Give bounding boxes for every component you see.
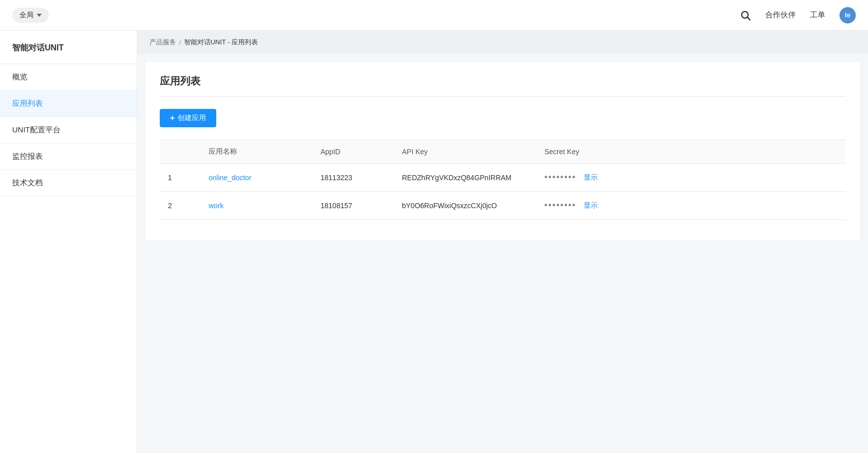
row2-appid: 18108157 — [312, 192, 394, 220]
row2-name: work — [200, 192, 312, 220]
col-header-name: 应用名称 — [200, 140, 312, 164]
nav-right: 合作伙伴 工单 Ie — [740, 7, 856, 23]
breadcrumb-separator: / — [179, 39, 181, 46]
sidebar-item-overview[interactable]: 概览 — [0, 64, 137, 91]
row2-show-link[interactable]: 显示 — [584, 201, 598, 210]
user-avatar[interactable]: Ie — [840, 7, 856, 23]
create-app-label: 创建应用 — [178, 114, 206, 123]
global-selector[interactable]: 全局 — [12, 8, 49, 23]
row1-name: online_doctor — [200, 164, 312, 192]
top-navigation: 全局 合作伙伴 工单 Ie — [0, 0, 868, 31]
global-selector-label: 全局 — [19, 11, 34, 20]
col-header-index — [160, 140, 200, 164]
row2-app-link[interactable]: work — [209, 202, 224, 210]
create-app-button[interactable]: + 创建应用 — [160, 109, 216, 127]
search-button[interactable] — [740, 10, 751, 21]
nav-left: 全局 — [12, 8, 49, 23]
row2-secret: ******** 显示 — [536, 192, 846, 220]
partner-link[interactable]: 合作伙伴 — [765, 10, 796, 20]
main-content: 产品服务 / 智能对话UNIT - 应用列表 应用列表 + 创建应用 应用名称 … — [137, 31, 868, 453]
row1-index: 1 — [160, 164, 200, 192]
row1-apikey: REDZhRYgVKDxzQ84GPnIRRAM — [394, 164, 536, 192]
row2-secret-mask: ******** — [544, 202, 576, 210]
row2-apikey: bY0O6RoFWixiQsxzcCXj0jcO — [394, 192, 536, 220]
main-layout: 智能对话UNIT 概览 应用列表 UNIT配置平台 监控报表 技术文档 产品服务… — [0, 31, 868, 453]
page-card: 应用列表 + 创建应用 应用名称 AppID API Key Secret Ke… — [146, 62, 860, 240]
sidebar: 智能对话UNIT 概览 应用列表 UNIT配置平台 监控报表 技术文档 — [0, 31, 137, 453]
breadcrumb: 产品服务 / 智能对话UNIT - 应用列表 — [137, 31, 868, 54]
table-header: 应用名称 AppID API Key Secret Key — [160, 140, 846, 164]
sidebar-item-tech-docs[interactable]: 技术文档 — [0, 170, 137, 196]
search-icon — [740, 10, 751, 21]
app-table: 应用名称 AppID API Key Secret Key 1 online_d… — [160, 139, 846, 220]
row1-show-link[interactable]: 显示 — [584, 173, 598, 182]
col-header-apikey: API Key — [394, 140, 536, 164]
sidebar-item-unit-config[interactable]: UNIT配置平台 — [0, 117, 137, 144]
table-row: 2 work 18108157 bY0O6RoFWixiQsxzcCXj0jcO… — [160, 192, 846, 220]
sidebar-item-app-list[interactable]: 应用列表 — [0, 91, 137, 117]
plus-icon: + — [170, 114, 175, 122]
row1-secret: ******** 显示 — [536, 164, 846, 192]
table-row: 1 online_doctor 18113223 REDZhRYgVKDxzQ8… — [160, 164, 846, 192]
row1-appid: 18113223 — [312, 164, 394, 192]
row2-index: 2 — [160, 192, 200, 220]
col-header-secret: Secret Key — [536, 140, 846, 164]
breadcrumb-root[interactable]: 产品服务 — [150, 38, 176, 47]
row1-app-link[interactable]: online_doctor — [209, 174, 251, 182]
workorder-link[interactable]: 工单 — [810, 10, 825, 20]
row1-secret-mask: ******** — [544, 174, 576, 182]
svg-line-1 — [747, 17, 750, 20]
sidebar-item-monitor[interactable]: 监控报表 — [0, 144, 137, 170]
breadcrumb-current: 智能对话UNIT - 应用列表 — [184, 38, 258, 47]
table-body: 1 online_doctor 18113223 REDZhRYgVKDxzQ8… — [160, 164, 846, 220]
page-title: 应用列表 — [160, 74, 846, 97]
sidebar-title: 智能对话UNIT — [0, 31, 137, 64]
col-header-appid: AppID — [312, 140, 394, 164]
chevron-down-icon — [37, 14, 42, 17]
